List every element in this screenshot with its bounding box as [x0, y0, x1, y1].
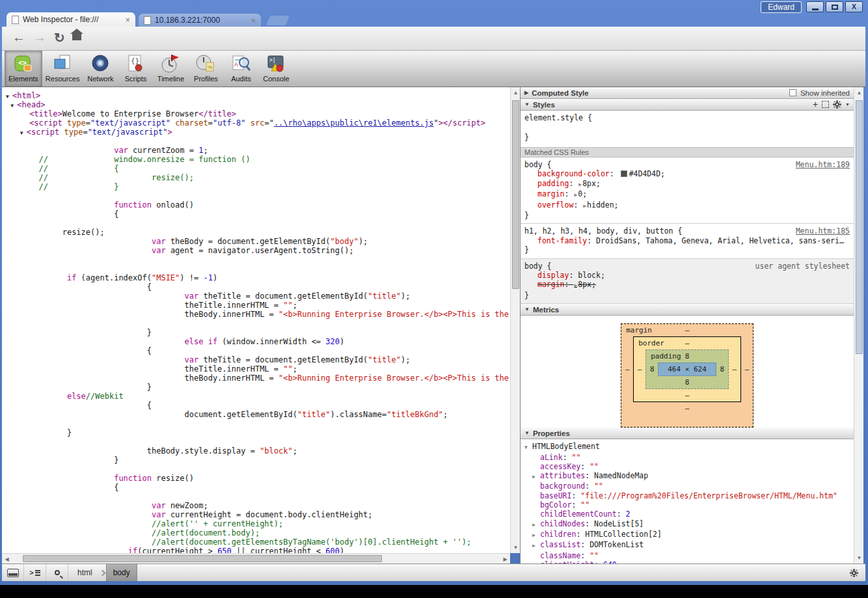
code-line[interactable] — [6, 465, 510, 474]
property-item[interactable]: background: "" — [524, 482, 854, 491]
code-line[interactable]: theBody.innerHTML = "<b>Running Enterpri… — [6, 374, 510, 383]
computed-style-header[interactable]: ▶ Computed Style Show inherited — [521, 87, 854, 99]
property-item[interactable]: ▶children: HTMLCollection[2] — [524, 530, 854, 540]
code-line[interactable] — [6, 492, 510, 501]
code-line[interactable]: } — [6, 455, 510, 465]
tab-close-icon[interactable]: × — [251, 16, 256, 25]
property-item[interactable]: aLink: "" — [524, 453, 854, 462]
breadcrumb-item-html[interactable]: html — [71, 564, 99, 581]
element-state-icon[interactable] — [822, 101, 829, 108]
property-item[interactable]: ▶attributes: NamedNodeMap — [524, 471, 854, 482]
property-item[interactable]: ▶childNodes: NodeList[5] — [524, 519, 854, 530]
styles-header[interactable]: ▼ Styles + ▼ — [521, 99, 854, 111]
gear-dropdown-icon[interactable]: ▼ — [845, 102, 850, 107]
rule-source-link[interactable]: Menu.htm:189 — [796, 160, 850, 169]
code-vertical-scrollbar[interactable]: ▲ ▼ — [510, 87, 520, 553]
padding-left-value[interactable]: 8 — [646, 365, 658, 374]
code-line[interactable] — [6, 191, 510, 200]
scroll-down-icon[interactable]: ▼ — [511, 545, 521, 550]
scroll-thumb[interactable] — [512, 100, 519, 289]
devtools-tab-network[interactable]: Network — [83, 51, 118, 87]
expand-arrow-icon[interactable]: ▶ — [574, 282, 577, 288]
property-item[interactable]: className: "" — [524, 551, 854, 560]
new-tab-button[interactable] — [266, 16, 290, 25]
code-line[interactable]: //alert('' + currentHeight); — [6, 519, 510, 528]
tab-close-icon[interactable]: × — [125, 15, 130, 25]
property-item[interactable]: bgColor: "" — [524, 500, 854, 510]
padding-top-value[interactable]: 8 — [685, 352, 690, 360]
user-profile-button[interactable]: Edward — [761, 1, 802, 13]
code-line[interactable]: document.getElementById("title").classNa… — [6, 410, 510, 419]
scroll-left-icon[interactable]: ◀ — [2, 556, 12, 562]
devtools-tab-console[interactable]: >|Console — [258, 51, 293, 87]
property-item[interactable]: baseURI: "file:///Program%20Files/Enterp… — [524, 491, 854, 500]
code-line[interactable]: var theTitle = document.getElementById("… — [6, 355, 510, 364]
devtools-tab-resources[interactable]: Resources — [42, 51, 83, 87]
inspect-search-button[interactable] — [46, 564, 68, 581]
code-line[interactable]: var theBody = document.getElementById("b… — [6, 237, 510, 246]
properties-root[interactable]: ▼HTMLBodyElement — [524, 442, 854, 452]
console-toggle-button[interactable]: > — [24, 564, 46, 581]
code-line[interactable]: //alert(document.body); — [6, 528, 510, 537]
code-line[interactable]: var newZoom; — [6, 501, 510, 510]
code-line[interactable] — [6, 255, 510, 264]
scroll-right-icon[interactable]: ▶ — [500, 556, 510, 562]
code-line[interactable]: else if (window.innerWidth <= 320) — [6, 337, 510, 346]
css-declaration[interactable]: background-color: #4D4D4D; — [524, 169, 850, 178]
sidebar-vertical-scrollbar[interactable]: ▲ ▼ — [854, 87, 863, 564]
margin-left-value[interactable]: – — [621, 365, 633, 374]
element-style-block[interactable]: element.style { } — [521, 111, 854, 147]
gear-icon[interactable] — [835, 102, 839, 107]
border-right-value[interactable]: – — [729, 365, 740, 374]
property-item[interactable]: childElementCount: 2 — [524, 510, 854, 519]
code-line[interactable]: ▼<html> — [6, 91, 510, 100]
expand-arrow-icon[interactable]: ▶ — [574, 192, 577, 198]
code-line[interactable] — [6, 419, 510, 428]
expand-arrow-icon[interactable]: ▶ — [583, 203, 586, 209]
collapsed-triangle-icon[interactable]: ▶ — [532, 521, 540, 530]
close-button[interactable]: X — [845, 1, 863, 12]
code-line[interactable] — [6, 319, 510, 328]
code-horizontal-scrollbar[interactable]: ◀ ▶ — [2, 553, 510, 564]
css-declaration[interactable]: font-family: DroidSans, Tahoma, Geneva, … — [524, 236, 850, 245]
padding-box[interactable]: padding8 8 464 × 624 8 8 — [645, 349, 729, 389]
property-item[interactable]: ▶classList: DOMTokenList — [524, 540, 854, 550]
code-line[interactable]: theBody.style.display = "block"; — [6, 446, 510, 455]
metrics-header[interactable]: ▼ Metrics — [521, 304, 854, 316]
code-line[interactable]: <title>Welcome to Enterprise Browser</ti… — [6, 109, 510, 118]
css-declaration[interactable]: padding: ▶8px; — [524, 179, 850, 189]
border-box[interactable]: border– – padding8 8 464 × 624 8 8 — [633, 336, 741, 402]
code-line[interactable] — [6, 264, 510, 273]
expand-arrow-icon[interactable]: ▶ — [578, 182, 582, 187]
collapsed-triangle-icon[interactable]: ▶ — [532, 472, 540, 482]
code-line[interactable]: if (agent.indexOf("MSIE") != -1) — [6, 273, 510, 282]
code-line[interactable]: { — [6, 483, 510, 492]
scroll-up-icon[interactable]: ▲ — [854, 90, 864, 96]
css-declaration[interactable]: margin: ▶0; — [524, 189, 850, 200]
scroll-down-icon[interactable]: ▼ — [854, 555, 864, 561]
devtools-tab-elements[interactable]: <>Elements — [5, 51, 42, 87]
padding-right-value[interactable]: 8 — [716, 365, 728, 374]
border-bottom-value[interactable]: – — [685, 391, 690, 400]
devtools-tab-timeline[interactable]: Timeline — [153, 51, 188, 87]
code-line[interactable]: function onload() — [6, 200, 510, 210]
scroll-thumb[interactable] — [856, 100, 863, 354]
code-line[interactable]: var theTitle = document.getElementById("… — [6, 292, 510, 301]
minimize-button[interactable] — [806, 1, 824, 12]
code-line[interactable]: { — [6, 401, 510, 410]
collapsed-triangle-icon[interactable]: ▶ — [532, 541, 540, 550]
scroll-thumb[interactable] — [23, 555, 382, 562]
collapsed-triangle-icon[interactable]: ▶ — [532, 531, 540, 540]
code-line[interactable]: { — [6, 282, 510, 292]
property-item[interactable]: accessKey: "" — [524, 462, 854, 471]
home-button[interactable] — [72, 34, 81, 40]
margin-box[interactable]: margin– – border– – padding8 8 464 × 624 — [621, 323, 753, 428]
border-top-value[interactable]: – — [685, 339, 690, 347]
show-inherited-checkbox[interactable] — [789, 89, 796, 96]
code-line[interactable]: // resize(); — [6, 173, 510, 182]
code-line[interactable]: ▼<head> — [6, 100, 510, 109]
code-line[interactable]: } — [6, 328, 510, 337]
code-line[interactable]: <script type="text/javascript" charset="… — [6, 118, 510, 128]
reload-button[interactable]: ↻ — [54, 30, 65, 46]
code-line[interactable]: // { — [6, 164, 510, 173]
